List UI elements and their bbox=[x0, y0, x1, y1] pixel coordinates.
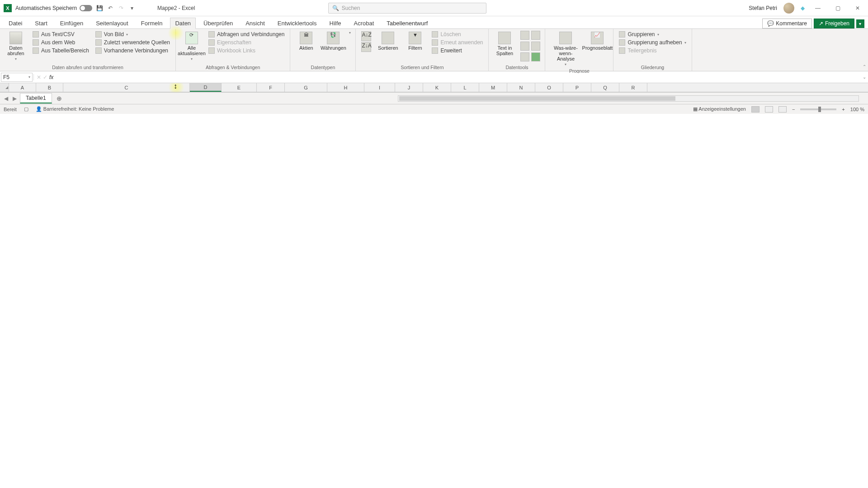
consolidate-icon[interactable] bbox=[531, 42, 540, 51]
kommentare-button[interactable]: 💬 Kommentare bbox=[762, 19, 812, 28]
tab-ueberpruefen[interactable]: Überprüfen bbox=[198, 18, 238, 28]
sort-desc[interactable]: Z↓A bbox=[360, 42, 372, 52]
horizontal-scrollbar[interactable] bbox=[398, 95, 859, 102]
user-name[interactable]: Stefan Petri bbox=[749, 5, 777, 11]
column-header-J[interactable]: J bbox=[395, 83, 423, 92]
select-all-corner[interactable] bbox=[0, 83, 9, 92]
minimize-button[interactable]: — bbox=[811, 1, 825, 15]
column-header-B[interactable]: B bbox=[36, 83, 63, 92]
freigeben-button[interactable]: ↗ Freigeben bbox=[814, 19, 854, 28]
formula-input[interactable] bbox=[56, 73, 868, 81]
tab-ansicht[interactable]: Ansicht bbox=[241, 18, 270, 28]
redo-icon[interactable]: ↷ bbox=[118, 5, 125, 12]
view-page-break-button[interactable] bbox=[778, 106, 787, 113]
vorhandene-verbindungen[interactable]: Vorhandene Verbindungen bbox=[94, 47, 171, 54]
column-header-G[interactable]: G bbox=[285, 83, 327, 92]
column-header-C[interactable]: C bbox=[63, 83, 190, 92]
datamodel-icon[interactable] bbox=[531, 52, 540, 61]
relations-icon[interactable] bbox=[520, 52, 529, 61]
namebox-dropdown-icon[interactable]: ▾ bbox=[28, 75, 30, 79]
toggle-switch[interactable] bbox=[80, 5, 92, 11]
sortieren-button[interactable]: Sortieren bbox=[377, 31, 399, 52]
column-header-E[interactable]: E bbox=[222, 83, 257, 92]
tab-hilfe[interactable]: Hilfe bbox=[325, 18, 346, 28]
column-header-M[interactable]: M bbox=[479, 83, 507, 92]
recording-icon[interactable]: ▢ bbox=[24, 106, 28, 112]
display-settings[interactable]: ▦ Anzeigeeinstellungen bbox=[693, 106, 746, 112]
search-input[interactable]: 🔍 Suchen bbox=[328, 3, 486, 14]
column-header-K[interactable]: K bbox=[423, 83, 451, 92]
expand-formula-icon[interactable]: ⌄ bbox=[863, 75, 866, 80]
aus-tabelle-bereich[interactable]: Aus Tabelle/Bereich bbox=[32, 47, 90, 54]
flash-fill-icon[interactable] bbox=[520, 31, 529, 40]
gruppierung-aufheben[interactable]: Gruppierung aufheben ▾ bbox=[618, 39, 687, 46]
sheet-nav-prev[interactable]: ◀ bbox=[3, 95, 9, 102]
sheet-nav-next[interactable]: ▶ bbox=[11, 95, 18, 102]
diamond-icon[interactable]: ◆ bbox=[801, 5, 805, 11]
maximize-button[interactable]: ▢ bbox=[831, 1, 844, 15]
column-header-P[interactable]: P bbox=[563, 83, 591, 92]
avatar[interactable] bbox=[783, 3, 794, 14]
sort-asc[interactable]: A↓Z bbox=[360, 31, 372, 42]
group-label-gliederung: Gliederung bbox=[618, 65, 687, 70]
sheet-tab-1[interactable]: Tabelle1 bbox=[20, 93, 52, 103]
tab-einfuegen[interactable]: Einfügen bbox=[55, 18, 88, 28]
von-bild[interactable]: Von Bild▾ bbox=[94, 31, 171, 38]
autosave-label: Automatisches Speichern bbox=[15, 5, 77, 11]
aus-text-csv[interactable]: Aus Text/CSV bbox=[32, 31, 90, 38]
tab-acrobat[interactable]: Acrobat bbox=[349, 18, 379, 28]
fx-icon[interactable]: fx bbox=[49, 74, 53, 80]
erweitert[interactable]: Erweitert bbox=[431, 47, 484, 54]
column-header-N[interactable]: N bbox=[507, 83, 535, 92]
view-page-layout-button[interactable] bbox=[765, 106, 773, 113]
close-button[interactable]: ✕ bbox=[851, 1, 864, 15]
column-header-D[interactable]: D bbox=[190, 83, 222, 92]
add-sheet-button[interactable]: ⊕ bbox=[54, 95, 65, 102]
name-box[interactable]: F5 ▾ bbox=[1, 73, 33, 82]
tab-seitenlayout[interactable]: Seitenlayout bbox=[91, 18, 133, 28]
gruppieren[interactable]: Gruppieren ▾ bbox=[618, 31, 687, 38]
view-normal-button[interactable] bbox=[751, 106, 760, 113]
text-in-spalten-button[interactable]: Text in Spalten bbox=[493, 31, 516, 57]
column-header-H[interactable]: H bbox=[327, 83, 364, 92]
cancel-icon[interactable]: ✕ bbox=[37, 74, 41, 80]
zoom-slider[interactable] bbox=[800, 108, 836, 110]
column-header-R[interactable]: R bbox=[619, 83, 647, 92]
tab-daten[interactable]: Daten bbox=[170, 18, 196, 29]
zoom-out[interactable]: − bbox=[792, 107, 795, 112]
column-header-F[interactable]: F bbox=[257, 83, 285, 92]
accept-icon[interactable]: ✓ bbox=[43, 74, 47, 80]
aktien-button[interactable]: 🏛Aktien bbox=[295, 31, 317, 52]
column-header-Q[interactable]: Q bbox=[591, 83, 619, 92]
remove-dup-icon[interactable] bbox=[531, 31, 540, 40]
tab-formeln[interactable]: Formeln bbox=[136, 18, 168, 28]
tab-datei[interactable]: Datei bbox=[4, 18, 27, 28]
was-waere-wenn-button[interactable]: Was-wäre-wenn-Analyse▾ bbox=[550, 31, 581, 67]
accessibility-status[interactable]: 👤 Barrierefreiheit: Keine Probleme bbox=[36, 106, 114, 112]
undo-icon[interactable]: ↶ bbox=[107, 5, 114, 12]
column-header-L[interactable]: L bbox=[451, 83, 479, 92]
tab-entwicklertools[interactable]: Entwicklertools bbox=[273, 18, 322, 28]
tab-tabellenentwurf[interactable]: Tabellenentwurf bbox=[382, 18, 433, 28]
zoom-level[interactable]: 100 % bbox=[850, 107, 864, 112]
validation-icon[interactable] bbox=[520, 42, 529, 51]
abfragen-verbindungen[interactable]: Abfragen und Verbindungen bbox=[208, 31, 285, 38]
customize-qat-icon[interactable]: ▾ bbox=[128, 5, 136, 12]
zoom-in[interactable]: + bbox=[842, 107, 844, 112]
column-header-O[interactable]: O bbox=[535, 83, 563, 92]
datentypen-more[interactable]: ▾ bbox=[349, 31, 351, 35]
save-icon[interactable]: 💾 bbox=[96, 5, 103, 12]
prognoseblatt-button[interactable]: 📈Prognoseblatt bbox=[586, 31, 609, 52]
collapse-ribbon-button[interactable]: ⌃ bbox=[863, 64, 866, 69]
daten-abrufen-button[interactable]: Daten abrufen▾ bbox=[5, 31, 27, 62]
waehrungen-button[interactable]: 💱Währungen bbox=[322, 31, 344, 52]
zuletzt-quellen[interactable]: Zuletzt verwendete Quellen bbox=[94, 39, 171, 46]
filtern-button[interactable]: ▼Filtern bbox=[404, 31, 426, 52]
autosave-toggle[interactable]: Automatisches Speichern bbox=[15, 5, 92, 11]
aus-dem-web[interactable]: Aus dem Web bbox=[32, 39, 90, 46]
column-header-A[interactable]: A bbox=[9, 83, 36, 92]
tab-start[interactable]: Start bbox=[30, 18, 52, 28]
freigeben-dropdown[interactable]: ▾ bbox=[856, 19, 864, 28]
column-header-I[interactable]: I bbox=[364, 83, 395, 92]
alle-aktualisieren-button[interactable]: ⟳ Alle aktualisieren▾ bbox=[180, 31, 203, 62]
